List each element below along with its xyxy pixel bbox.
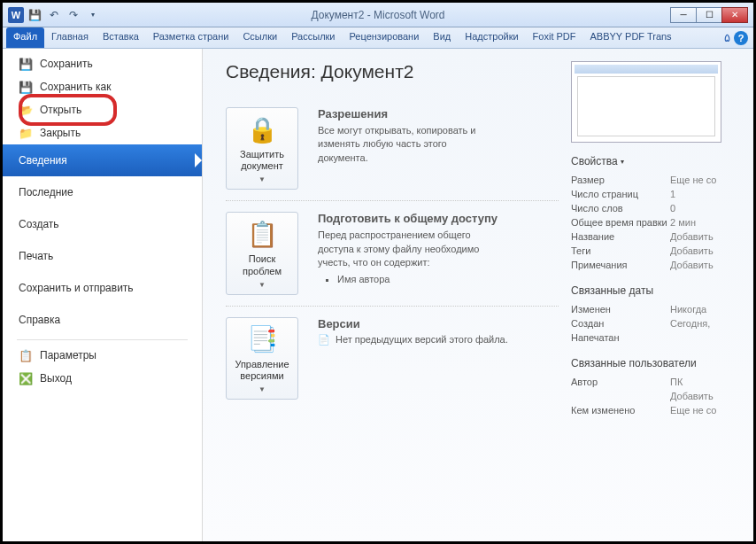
property-value[interactable]: Сегодня, <box>670 318 710 329</box>
property-row: Число слов0 <box>571 201 744 215</box>
sidebar-item-help[interactable]: Справка <box>3 304 202 336</box>
dropdown-icon: ▼ <box>258 175 266 183</box>
sidebar-item-options[interactable]: 📋Параметры <box>3 344 202 367</box>
dates-heading: Связанные даты <box>571 284 744 297</box>
property-value[interactable]: 1 <box>670 189 675 199</box>
save-icon[interactable]: 💾 <box>26 6 43 24</box>
property-key: Название <box>571 231 670 242</box>
properties-dropdown[interactable]: Свойства▾ <box>571 155 744 167</box>
button-label: Управление версиями <box>230 359 294 382</box>
open-icon: 📂 <box>19 103 33 117</box>
property-key: Кем изменено <box>571 405 670 416</box>
sidebar-item-label: Сохранить <box>40 58 93 70</box>
sidebar-item-label: Сохранить как <box>40 81 111 93</box>
save-icon: 💾 <box>19 57 33 71</box>
property-key: Изменен <box>571 304 670 315</box>
tab-mailings[interactable]: Рассылки <box>284 27 342 48</box>
property-key: Теги <box>571 245 670 256</box>
window-title: Документ2 - Microsoft Word <box>3 9 753 21</box>
close-doc-icon: 📁 <box>19 126 33 140</box>
sidebar-item-open[interactable]: 📂Открыть <box>3 98 202 121</box>
tab-view[interactable]: Вид <box>426 27 458 48</box>
property-key: Общее время правки <box>571 217 670 228</box>
section-heading: Разрешения <box>318 107 495 120</box>
dropdown-icon: ▼ <box>258 385 266 393</box>
tab-pagelayout[interactable]: Разметка страни <box>146 27 236 48</box>
tab-review[interactable]: Рецензировани <box>343 27 427 48</box>
property-value[interactable]: 0 <box>670 203 675 214</box>
property-key: Примечания <box>571 260 670 270</box>
property-row: Добавить <box>571 389 744 403</box>
sidebar-item-exit[interactable]: ❎Выход <box>3 367 202 390</box>
sidebar-item-label: Последние <box>19 186 73 198</box>
protect-document-button[interactable]: 🔒 Защитить документ ▼ <box>226 107 298 190</box>
checklist-icon: 📋 <box>246 218 278 250</box>
sidebar-item-label: Закрыть <box>40 127 81 139</box>
tab-references[interactable]: Ссылки <box>235 27 284 48</box>
section-heading: Версии <box>318 317 508 330</box>
property-value[interactable]: Никогда <box>670 304 706 315</box>
tab-abbyy[interactable]: ABBYY PDF Trans <box>583 27 679 48</box>
manage-versions-button[interactable]: 📑 Управление версиями ▼ <box>226 317 298 400</box>
chevron-down-icon: ▾ <box>621 158 624 166</box>
maximize-button[interactable]: ☐ <box>696 7 722 23</box>
section-body: Все могут открывать, копировать и изменя… <box>318 124 495 165</box>
property-row: Общее время правки2 мин <box>571 215 744 229</box>
section-text: Версии 📄 Нет предыдущих версий этого фай… <box>318 317 508 400</box>
sidebar-item-print[interactable]: Печать <box>3 240 202 272</box>
check-issues-button[interactable]: 📋 Поиск проблем ▼ <box>226 212 298 294</box>
property-value[interactable]: Еще не со <box>670 405 716 416</box>
ribbon-tabs: Файл Главная Вставка Разметка страни Ссы… <box>3 27 753 49</box>
property-row: Число страниц1 <box>571 187 744 201</box>
users-list: АвторПКДобавитьКем измененоЕще не со <box>571 375 744 417</box>
qat-dropdown-icon[interactable]: ▾ <box>84 6 102 24</box>
property-value[interactable]: Добавить <box>670 231 714 242</box>
window-controls: ─ ☐ ✕ <box>671 7 748 23</box>
document-thumbnail[interactable] <box>571 61 721 143</box>
property-row: ПримечанияДобавить <box>571 258 744 272</box>
exit-icon: ❎ <box>19 371 33 385</box>
users-heading: Связанные пользователи <box>571 357 744 369</box>
close-button[interactable]: ✕ <box>721 7 748 23</box>
tab-addins[interactable]: Надстройки <box>458 27 525 48</box>
property-row: ТегиДобавить <box>571 244 744 258</box>
property-value[interactable]: ПК <box>670 377 683 387</box>
tab-foxit[interactable]: Foxit PDF <box>526 27 583 48</box>
sidebar-item-label: Справка <box>19 314 60 326</box>
sidebar-item-save[interactable]: 💾Сохранить <box>3 52 202 75</box>
button-label: Поиск проблем <box>230 253 294 276</box>
sidebar-item-info[interactable]: Сведения <box>3 144 202 176</box>
property-row: Кем измененоЕще не со <box>571 403 744 417</box>
word-icon[interactable]: W <box>8 7 24 23</box>
tab-insert[interactable]: Вставка <box>96 27 146 48</box>
tab-file[interactable]: Файл <box>6 27 44 48</box>
property-value[interactable]: Добавить <box>670 391 714 401</box>
property-row: НазваниеДобавить <box>571 229 744 244</box>
properties-list: РазмерЕще не соЧисло страниц1Число слов0… <box>571 173 744 272</box>
undo-icon[interactable]: ↶ <box>45 6 63 24</box>
options-icon: 📋 <box>19 348 33 362</box>
section-text: Подготовить к общему доступу Перед распр… <box>318 212 498 294</box>
sidebar-item-close[interactable]: 📁Закрыть <box>3 121 202 144</box>
property-row: СозданСегодня, <box>571 316 744 330</box>
property-key: Создан <box>571 318 670 329</box>
backstage: 💾Сохранить 💾Сохранить как 📂Открыть 📁Закр… <box>3 49 753 541</box>
property-value[interactable]: Добавить <box>670 260 714 270</box>
property-value[interactable]: Еще не со <box>670 175 716 185</box>
sidebar-item-recent[interactable]: Последние <box>3 176 202 208</box>
sidebar-item-share[interactable]: Сохранить и отправить <box>3 272 202 304</box>
redo-icon[interactable]: ↷ <box>65 6 82 24</box>
tab-home[interactable]: Главная <box>44 27 96 48</box>
property-row: РазмерЕще не со <box>571 173 744 187</box>
sidebar-item-new[interactable]: Создать <box>3 208 202 240</box>
property-value[interactable]: 2 мин <box>670 217 696 228</box>
minimize-button[interactable]: ─ <box>670 7 697 23</box>
property-key: Число слов <box>571 203 670 214</box>
help-icon[interactable]: ? <box>734 31 748 45</box>
sidebar-item-saveas[interactable]: 💾Сохранить как <box>3 75 202 98</box>
section-heading: Подготовить к общему доступу <box>318 212 498 225</box>
property-key: Автор <box>571 377 670 387</box>
ribbon-collapse-icon[interactable]: ۵ <box>724 31 730 44</box>
property-value[interactable]: Добавить <box>670 245 714 256</box>
content-main: Сведения: Документ2 🔒 Защитить документ … <box>226 61 559 529</box>
